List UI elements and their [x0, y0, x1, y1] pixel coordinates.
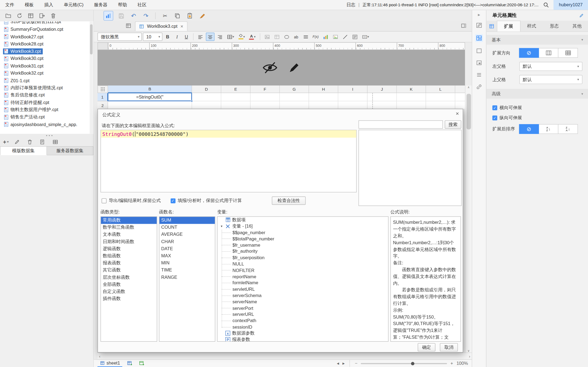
- function-type-item[interactable]: 文本函数: [101, 231, 157, 238]
- menu-item[interactable]: 文件: [0, 0, 20, 10]
- check-validity-button[interactable]: 检查合法性: [272, 197, 306, 205]
- delete-button[interactable]: [49, 11, 58, 20]
- preview-button[interactable]: [26, 11, 35, 20]
- function-type-item[interactable]: 报表函数: [101, 259, 157, 267]
- file-tree-item[interactable]: 销售生产活动.cpt: [0, 114, 93, 121]
- insert-cell-image-button[interactable]: [272, 33, 281, 41]
- insert-richtext-button[interactable]: [350, 33, 359, 41]
- function-type-item[interactable]: 全部函数: [101, 281, 157, 288]
- top-parent-select[interactable]: 默认 ▾: [519, 75, 582, 84]
- sheet-tab[interactable]: sheet1: [97, 360, 122, 367]
- page-next-icon[interactable]: ▸: [342, 361, 345, 366]
- insert-lines-button[interactable]: [301, 33, 310, 41]
- search-icon[interactable]: [541, 0, 550, 9]
- cell[interactable]: [192, 93, 221, 101]
- property-tab[interactable]: 扩展: [497, 21, 520, 32]
- dataset-tab[interactable]: 服务器数据集: [47, 146, 94, 155]
- menu-item[interactable]: 模板: [20, 0, 39, 10]
- scroll-down-icon[interactable]: ∨: [467, 349, 470, 353]
- edit-icon[interactable]: [579, 13, 584, 18]
- cell[interactable]: [280, 93, 309, 101]
- align-right-button[interactable]: [216, 33, 224, 41]
- edit-dataset-button[interactable]: [13, 137, 22, 146]
- select-all-corner[interactable]: [97, 85, 108, 93]
- function-name-item[interactable]: COUNT: [159, 224, 215, 231]
- vertical-extendable-checkbox[interactable]: ✓: [492, 115, 497, 120]
- add-form-sheet-button[interactable]: [137, 359, 146, 367]
- row-header[interactable]: 2: [97, 101, 108, 109]
- function-type-item[interactable]: 常用函数: [101, 217, 157, 224]
- function-type-item[interactable]: 数学和三角函数: [101, 224, 157, 231]
- collapse-arrow-icon[interactable]: ▾: [220, 224, 223, 228]
- insert-picture-button[interactable]: [331, 33, 340, 41]
- column-header[interactable]: L: [426, 85, 455, 93]
- horizontal-extendable-checkbox[interactable]: ✓: [492, 105, 497, 110]
- save-button[interactable]: [117, 11, 125, 20]
- expand-horizontal-button[interactable]: [558, 48, 578, 58]
- column-header[interactable]: B: [108, 85, 192, 93]
- function-search-input[interactable]: [359, 120, 443, 129]
- insert-widget-button[interactable]: ▾: [360, 33, 370, 41]
- fill-color-button[interactable]: ▾: [237, 33, 246, 41]
- property-tab[interactable]: 其他: [566, 21, 588, 32]
- preview-dataset-button[interactable]: [38, 137, 47, 146]
- formula-editor[interactable]: StringOut0("000012548700000"): [100, 130, 357, 192]
- cell[interactable]: [250, 101, 280, 109]
- function-name-item[interactable]: RANGE: [159, 274, 215, 281]
- condition-attributes-icon[interactable]: [476, 60, 482, 66]
- property-tab[interactable]: 形态: [543, 21, 566, 32]
- collapse-panel-icon[interactable]: ▶: [478, 13, 480, 16]
- bold-button[interactable]: B: [164, 33, 172, 41]
- column-header[interactable]: G: [280, 85, 309, 93]
- cell[interactable]: [309, 101, 338, 109]
- format-painter-button[interactable]: [198, 11, 207, 20]
- file-tree-item[interactable]: WorkBook30.cpt: [0, 55, 93, 62]
- zoom-slider[interactable]: [361, 363, 447, 364]
- row-header[interactable]: 1: [97, 93, 108, 101]
- variable-item[interactable]: $$totalPage_number: [218, 236, 388, 242]
- variable-item[interactable]: NULL: [218, 261, 388, 267]
- function-name-item[interactable]: SUM: [159, 217, 215, 224]
- font-size-select[interactable]: 10▾: [143, 33, 163, 41]
- font-family-select[interactable]: 微软雅黑▾: [97, 33, 142, 41]
- column-header[interactable]: K: [397, 85, 426, 93]
- add-dataset-button[interactable]: +▾: [3, 139, 9, 145]
- file-tree-item[interactable]: WorkBook3.cpt: [0, 48, 93, 55]
- link-icon[interactable]: [476, 84, 482, 90]
- insert-float-image-button[interactable]: [263, 33, 271, 41]
- variable-item[interactable]: $fr_userposition: [218, 255, 388, 261]
- italic-button[interactable]: I: [173, 33, 181, 41]
- file-tree-item[interactable]: 物料主数据用户维护.cpt: [0, 106, 93, 114]
- keep-formula-on-fill-checkbox[interactable]: ✓: [170, 198, 175, 203]
- variable-item[interactable]: contextPath: [218, 317, 388, 324]
- cell[interactable]: [367, 93, 397, 101]
- column-header[interactable]: I: [338, 85, 367, 93]
- cell[interactable]: [250, 93, 280, 101]
- column-header-partial[interactable]: [455, 85, 465, 93]
- cell-B1[interactable]: =StringOut0(": [108, 93, 192, 101]
- menu-item[interactable]: 单元格(C): [59, 0, 89, 10]
- user-account-button[interactable]: hubery1027: [553, 0, 588, 10]
- undo-button[interactable]: ↶: [129, 11, 138, 20]
- cell[interactable]: [338, 101, 367, 109]
- file-tree-item[interactable]: 待转正邮件提醒.cpt: [0, 99, 93, 106]
- file-tree-item[interactable]: 内部订单预算使用情况.cpt: [0, 84, 93, 91]
- property-tab[interactable]: 样式: [520, 21, 543, 32]
- sort-none-button[interactable]: ⊘: [519, 124, 539, 134]
- expand-none-button[interactable]: ⊘: [519, 48, 539, 58]
- variable-item[interactable]: $fr_username: [218, 242, 388, 248]
- file-tree-item[interactable]: ajosinydashboard_simple_c_app.: [0, 121, 93, 128]
- zoom-in-button[interactable]: +: [451, 361, 453, 366]
- cell[interactable]: [192, 101, 221, 109]
- insert-formula-button[interactable]: F(x): [311, 33, 320, 41]
- scrollbar-thumb[interactable]: [467, 94, 471, 129]
- document-tab[interactable]: WorkBook3.cpt ×: [135, 22, 188, 31]
- function-name-item[interactable]: CHAR: [159, 238, 215, 245]
- underline-button[interactable]: U: [182, 33, 190, 41]
- section-basic[interactable]: 基本 ▾: [486, 35, 588, 45]
- variable-item[interactable]: serverURL: [218, 311, 388, 317]
- zoom-out-button[interactable]: −: [355, 361, 358, 366]
- section-advanced[interactable]: 高级 ▾: [486, 89, 588, 99]
- zoom-slider-thumb[interactable]: [411, 362, 414, 365]
- variable-group-item[interactable]: ▾ 变量 - [16]: [218, 223, 388, 229]
